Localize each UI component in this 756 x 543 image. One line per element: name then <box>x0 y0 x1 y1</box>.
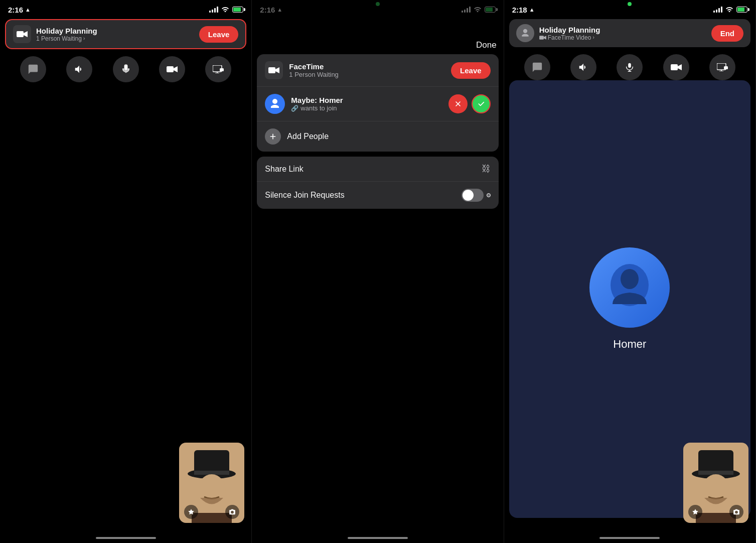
call-subtitle-1: 1 Person Waiting › <box>36 35 194 42</box>
options-card: Share Link ⛓ Silence Join Requests <box>257 157 498 209</box>
microphone-icon-1 <box>120 64 131 75</box>
status-bar-1: 2:16 ▲ <box>0 0 251 17</box>
svg-rect-11 <box>268 67 275 73</box>
silence-toggle[interactable] <box>462 189 491 202</box>
self-video-1 <box>179 443 244 523</box>
svg-rect-12 <box>539 36 544 40</box>
message-icon-3 <box>532 62 543 73</box>
camera-ctrl-icon-1 <box>167 65 178 73</box>
controls-row-1 <box>0 51 251 87</box>
microphone-icon-3 <box>624 62 635 73</box>
call-avatar-3 <box>516 24 534 42</box>
leave-button-1[interactable]: Leave <box>199 26 239 43</box>
remote-name: Homer <box>613 338 646 351</box>
svg-rect-0 <box>17 31 24 37</box>
camera-flip-icon-3[interactable] <box>729 505 743 519</box>
screen-button-1[interactable] <box>205 56 231 82</box>
share-link-label: Share Link <box>265 165 481 174</box>
plus-icon-box <box>265 128 281 145</box>
camera-ctrl-icon-3 <box>671 63 682 71</box>
battery-icon-1 <box>232 7 243 13</box>
camera-subtitle-icon <box>539 35 546 40</box>
toggle-knob <box>463 190 474 201</box>
panel-2-modal: 2:16 ▲ Done <box>252 0 504 543</box>
plus-icon <box>269 132 277 141</box>
facetime-icon-box-1 <box>13 25 31 43</box>
call-notification-3[interactable]: Holiday Planning FaceTime Video › End <box>509 19 750 47</box>
svg-rect-8 <box>194 471 229 475</box>
end-button-3[interactable]: End <box>711 25 743 42</box>
done-button[interactable]: Done <box>476 40 497 50</box>
silence-row: Silence Join Requests <box>257 182 498 209</box>
home-indicator-3 <box>599 537 660 539</box>
self-video-icons-3 <box>683 505 748 519</box>
message-button-3[interactable] <box>524 54 550 80</box>
call-title-3: Holiday Planning <box>539 26 706 34</box>
self-video-3 <box>683 443 748 523</box>
camera-button-1[interactable] <box>159 56 185 82</box>
person-icon <box>269 98 281 110</box>
screen-share-icon-3 <box>717 63 728 71</box>
remote-avatar <box>589 247 670 328</box>
speaker-button-3[interactable] <box>570 54 596 80</box>
homer-action: 🔗 wants to join <box>291 104 442 112</box>
facetime-icon-box-2 <box>265 61 283 79</box>
call-subtitle-3: FaceTime Video › <box>539 34 706 41</box>
call-info-3: Holiday Planning FaceTime Video › <box>539 26 706 41</box>
camera-icon-2 <box>268 66 279 74</box>
mute-button-1[interactable] <box>113 56 139 82</box>
call-notification-1[interactable]: Holiday Planning 1 Person Waiting › Leav… <box>5 19 246 49</box>
panel-1-facetime-waiting: 2:16 ▲ Holiday Planning 1 Pers <box>0 0 252 543</box>
camera-icon-1 <box>17 30 28 38</box>
wifi-icon-3 <box>725 6 733 14</box>
homer-avatar-drawing <box>604 260 655 315</box>
facetime-subtitle: 1 Person Waiting <box>289 71 445 78</box>
modal-sheet: Done FaceTime 1 Person Waiting Leave <box>257 40 498 214</box>
screen-share-icon-1 <box>213 65 224 73</box>
mute-button-3[interactable] <box>617 54 643 80</box>
star-icon-1[interactable] <box>184 505 198 519</box>
star-icon-3[interactable] <box>688 505 702 519</box>
location-icon-3: ▲ <box>529 7 535 13</box>
share-link-row[interactable]: Share Link ⛓ <box>257 157 498 182</box>
signal-1 <box>209 7 218 13</box>
call-info-1: Holiday Planning 1 Person Waiting › <box>36 27 194 42</box>
homer-request-row: Maybe: Homer 🔗 wants to join <box>257 87 498 121</box>
location-icon-1: ▲ <box>25 7 31 13</box>
modal-header: Done <box>257 40 498 54</box>
message-button-1[interactable] <box>20 56 46 82</box>
homer-info: Maybe: Homer 🔗 wants to join <box>291 96 442 112</box>
leave-button-2[interactable]: Leave <box>451 62 491 79</box>
camera-button-3[interactable] <box>663 54 689 80</box>
call-title-1: Holiday Planning <box>36 27 194 35</box>
self-video-icons-1 <box>179 505 244 519</box>
facetime-info: FaceTime 1 Person Waiting <box>289 62 445 78</box>
facetime-title: FaceTime <box>289 62 445 71</box>
speaker-button-1[interactable] <box>66 56 92 82</box>
add-people-label: Add People <box>287 132 329 141</box>
decline-button[interactable] <box>448 94 468 113</box>
status-icons-1 <box>209 6 243 14</box>
add-people-row[interactable]: Add People <box>257 121 498 152</box>
toggle-track[interactable] <box>462 189 484 202</box>
screen-button-3[interactable] <box>709 54 735 80</box>
home-indicator-2 <box>348 537 408 539</box>
accept-button[interactable] <box>472 94 491 113</box>
signal-3 <box>713 7 722 13</box>
speaker-icon-3 <box>578 62 589 73</box>
camera-flip-icon-1[interactable] <box>225 505 239 519</box>
svg-rect-16 <box>724 66 728 69</box>
homer-avatar <box>265 94 285 114</box>
avatar-person-icon <box>520 28 530 38</box>
active-call-dot-3 <box>628 2 632 6</box>
x-icon <box>454 100 462 108</box>
status-icons-3 <box>713 6 747 14</box>
time-3: 2:18 ▲ <box>512 6 535 14</box>
svg-rect-13 <box>629 63 632 68</box>
svg-rect-2 <box>167 66 174 72</box>
link-icon: ⛓ <box>482 164 491 174</box>
message-icon-1 <box>28 64 39 75</box>
silence-label: Silence Join Requests <box>265 191 461 200</box>
toggle-dot <box>487 193 491 197</box>
speaker-icon-1 <box>74 64 85 75</box>
